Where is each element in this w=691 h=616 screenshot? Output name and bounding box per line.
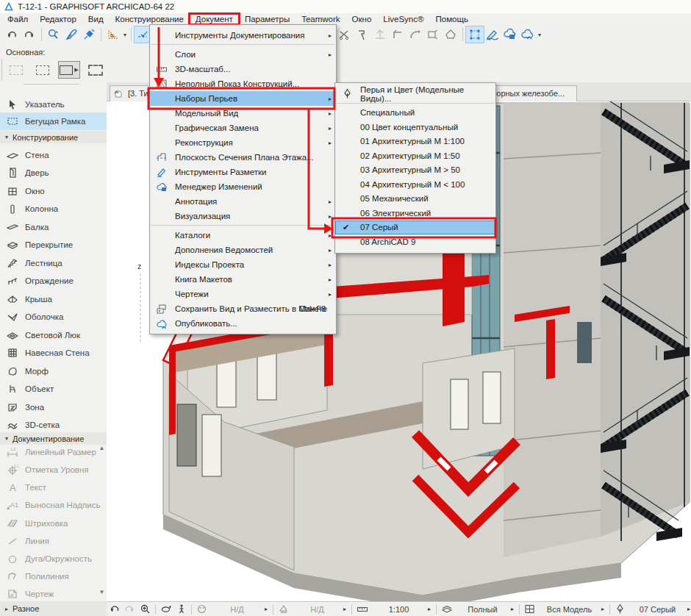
tool-drawing[interactable]: Чертеж	[0, 585, 107, 603]
submenu-item-02-arch-1-50[interactable]: 02 Архитектурный М 1:50	[335, 148, 495, 163]
toolbox-section-more[interactable]: ▸Разное	[0, 601, 107, 616]
tool-beam[interactable]: Балка	[0, 218, 107, 236]
walk-icon[interactable]	[173, 604, 189, 615]
statusbar-renovation-filter[interactable]: Н/Д▸	[276, 602, 349, 616]
tool-line[interactable]: Линия	[0, 532, 107, 550]
orbit-icon[interactable]	[158, 604, 173, 615]
toolbox-section-design[interactable]: ▾Конструирование	[0, 131, 107, 143]
edit-selection-icon[interactable]	[466, 26, 484, 43]
menu-item-layout-book[interactable]: Книга Макетов▸	[150, 272, 336, 287]
marquee-style-single[interactable]	[32, 62, 53, 78]
submenu-item-06-electrical[interactable]: 06 Электрический	[335, 206, 495, 221]
menu-item-renovation[interactable]: Реконструкция▸	[150, 135, 336, 150]
menu-file[interactable]: Файл	[1, 14, 34, 24]
undo-icon[interactable]	[3, 26, 21, 43]
tool-railing[interactable]: Ограждение	[0, 272, 107, 290]
menu-item-markup-tools[interactable]: Инструменты Разметки	[150, 165, 336, 179]
tool-door[interactable]: Дверь	[0, 164, 107, 182]
menu-item-save-view-and-place-on-layout[interactable]: Сохранить Вид и Разместить в МакетеCtrl+…	[150, 301, 336, 316]
tool-mesh[interactable]: 3D-сетка	[0, 416, 107, 434]
tool-slab[interactable]: Перекрытие	[0, 236, 107, 254]
menu-edit[interactable]: Редактор	[34, 14, 82, 24]
menu-item-publish[interactable]: Опубликовать...	[150, 316, 336, 331]
tool-skylight[interactable]: Световой Люк	[0, 326, 107, 344]
marquee-style-thick[interactable]	[85, 62, 106, 78]
menu-item-list-addons[interactable]: Дополнения Ведомостей▸	[150, 243, 336, 257]
menu-item-drawings[interactable]: Чертежи▸	[150, 287, 336, 301]
submenu-item-00-concept-color[interactable]: 00 Цвет концептуальный	[335, 120, 495, 135]
menu-item-documenting-tools[interactable]: Инструменты Документирования▸	[150, 28, 336, 43]
statusbar-scale[interactable]: 1:100▸	[354, 602, 434, 616]
submenu-item-pens-and-colors[interactable]: Перья и Цвет (Модельные Виды)...	[335, 87, 495, 101]
tool-label[interactable]: A1Выносная Надпись	[0, 496, 107, 514]
markup-icon[interactable]	[484, 26, 501, 43]
guide-lines-dropdown-icon[interactable]: ▾	[122, 32, 128, 38]
publish-icon[interactable]	[519, 26, 537, 43]
statusbar-partial-structure[interactable]: Вся Модель▸	[522, 602, 607, 616]
menu-item-model-view[interactable]: Модельный Вид▸	[150, 106, 336, 121]
statusbar-layer-combination[interactable]: Полный▸	[439, 602, 517, 616]
align-icon[interactable]	[371, 26, 389, 43]
submenu-item-custom[interactable]: Специальный	[335, 106, 495, 121]
stretch-box-icon[interactable]	[424, 26, 442, 43]
statusbar-pen-set[interactable]: 07 Серый▸	[612, 602, 691, 616]
menu-item-3d-scale[interactable]: 3D-масштаб...	[150, 62, 336, 76]
tool-marquee[interactable]: Бегущая Рамка	[0, 112, 107, 130]
marquee-style-selected[interactable]: ▶	[59, 62, 79, 78]
tool-curtain-wall[interactable]: Навесная Стена	[0, 344, 107, 362]
menu-item-floor-plan-cut-plane[interactable]: Плоскость Сечения Плана Этажа...	[150, 150, 336, 165]
tool-object[interactable]: Объект	[0, 380, 107, 398]
menu-item-schedules[interactable]: Каталоги▸	[150, 228, 336, 243]
submenu-item-07-grey[interactable]: ✔07 Серый	[335, 221, 495, 235]
tool-stair[interactable]: Лестница	[0, 254, 107, 272]
tool-roof[interactable]: Крыша	[0, 290, 107, 308]
statusbar-view-mode[interactable]: Н/Д▸	[194, 602, 271, 616]
inject-parameters-icon[interactable]	[80, 26, 98, 43]
tool-text[interactable]: AТекст	[0, 479, 107, 496]
split-icon[interactable]	[336, 26, 354, 43]
menu-options[interactable]: Параметры	[239, 14, 296, 24]
menu-design[interactable]: Конструирование	[110, 14, 190, 24]
submenu-item-01-arch-1-100[interactable]: 01 Архитектурный М 1:100	[335, 135, 495, 149]
submenu-item-04-arch-lt-100[interactable]: 04 Архитектурный М < 100	[335, 177, 495, 192]
pick-up-parameters-icon[interactable]	[62, 26, 80, 43]
tool-fill[interactable]: Штриховка	[0, 515, 107, 532]
tool-level-dimension[interactable]: 1.2Отметка Уровня	[0, 461, 107, 479]
guide-lines-icon[interactable]	[104, 26, 122, 43]
menu-item-project-indexes[interactable]: Индексы Проекта▸	[150, 257, 336, 272]
menu-teamwork[interactable]: Teamwork	[296, 14, 346, 24]
menu-help[interactable]: Помощь	[429, 14, 473, 24]
menu-item-partial-structure-display[interactable]: Неполный Показ Конструкций...	[150, 76, 336, 91]
menu-item-layers[interactable]: Слои▸	[150, 47, 336, 62]
corner-icon[interactable]	[389, 26, 407, 43]
menu-document[interactable]: Документ	[190, 14, 239, 24]
submenu-item-03-arch-gt-50[interactable]: 03 Архитектурный М > 50	[335, 163, 495, 178]
menu-item-pen-sets[interactable]: Наборы Перьев▸	[150, 91, 336, 106]
tool-arc[interactable]: Дуга/Окружность	[0, 550, 107, 567]
redo-icon[interactable]	[21, 26, 38, 43]
tool-dimension[interactable]: 1.2Линейный Размер	[0, 443, 107, 461]
menu-item-annotation[interactable]: Аннотация▸	[150, 194, 336, 209]
tool-window[interactable]: Окно	[0, 182, 107, 200]
roof-edit-icon[interactable]	[442, 26, 459, 43]
change-manager-icon[interactable]	[501, 26, 519, 43]
submenu-item-05-mechanical[interactable]: 05 Механический	[335, 192, 495, 207]
find-and-select-icon[interactable]	[45, 26, 62, 43]
fillet-icon[interactable]	[407, 26, 424, 43]
tool-zone[interactable]: Зона	[0, 398, 107, 416]
view-forward-icon[interactable]	[122, 604, 137, 615]
toolbox-scroll-up-icon[interactable]: ▲	[98, 444, 106, 453]
menu-livesync[interactable]: LiveSync®	[377, 14, 429, 24]
publish-dropdown-icon[interactable]: ▾	[537, 32, 543, 38]
adjust-icon[interactable]	[354, 26, 371, 43]
menu-item-graphic-override[interactable]: Графическая Замена▸	[150, 121, 336, 135]
marquee-style-single-thin[interactable]	[6, 62, 26, 78]
tool-shell[interactable]: Оболочка	[0, 308, 107, 326]
menu-item-visualization[interactable]: Визуализация▸	[150, 209, 336, 223]
submenu-item-08-archicad-9[interactable]: 08 ArchiCAD 9	[335, 234, 495, 249]
tool-column[interactable]: Колонна	[0, 200, 107, 218]
menu-item-change-manager[interactable]: Менеджер Изменений	[150, 179, 336, 194]
tool-polyline[interactable]: Полилиния	[0, 567, 107, 585]
toolbox-scroll-down-icon[interactable]: ▼	[98, 588, 106, 597]
menu-window[interactable]: Окно	[346, 14, 378, 24]
